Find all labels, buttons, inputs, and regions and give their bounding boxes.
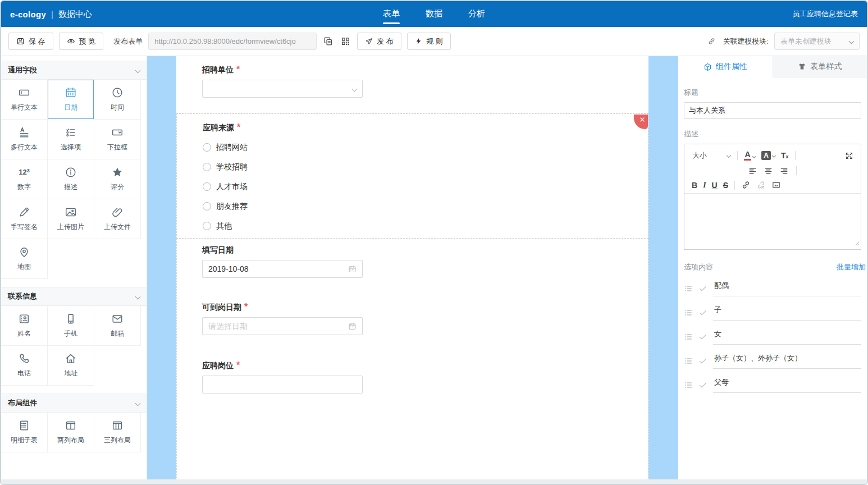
- align-left-button[interactable]: [746, 164, 760, 176]
- recruiting-unit-select[interactable]: [202, 80, 363, 98]
- option-text-input[interactable]: 父母: [713, 377, 861, 393]
- option-text-input[interactable]: 配偶: [713, 281, 861, 296]
- horizontal-scrollbar[interactable]: [1, 479, 867, 484]
- batch-add-link[interactable]: 批量增加: [837, 262, 866, 272]
- sidebar-item-date[interactable]: 日期: [48, 80, 94, 120]
- sidebar-item-time[interactable]: 时间: [94, 80, 141, 120]
- check-icon[interactable]: [698, 308, 707, 317]
- text-color-button[interactable]: A: [741, 149, 759, 162]
- option-text-input[interactable]: 女: [713, 329, 861, 345]
- align-center-button[interactable]: [761, 164, 775, 176]
- underline-button[interactable]: U: [709, 180, 720, 191]
- properties-panel: 组件属性 表单样式 标题 描述 大小: [678, 56, 867, 484]
- chevron-down-icon: [727, 153, 731, 158]
- radio-icon[interactable]: [203, 163, 211, 171]
- preview-button[interactable]: 预 览: [59, 33, 104, 50]
- insert-image-button[interactable]: [769, 179, 784, 191]
- drag-handle-icon[interactable]: [684, 381, 693, 390]
- fullscreen-button[interactable]: [842, 150, 856, 162]
- sidebar-item-options[interactable]: 选择项: [48, 120, 94, 159]
- radio-option[interactable]: 朋友推荐: [203, 201, 622, 212]
- sidebar-item-upload-image[interactable]: 上传图片: [48, 199, 94, 239]
- date-value-input[interactable]: [208, 318, 348, 335]
- field-block-recruiting-unit[interactable]: 招聘单位*: [176, 56, 648, 113]
- save-button[interactable]: 保 存: [8, 33, 53, 50]
- section-header-contact-info[interactable]: 联系信息: [1, 287, 147, 306]
- drag-handle-icon[interactable]: [684, 308, 693, 317]
- fill-date-input[interactable]: [202, 260, 363, 278]
- section-header-layout-components[interactable]: 布局组件: [1, 394, 147, 413]
- sidebar-item-single-line-text[interactable]: 单行文本: [1, 80, 48, 120]
- bold-button[interactable]: B: [689, 180, 700, 191]
- text-value-input[interactable]: [208, 376, 357, 393]
- font-size-select[interactable]: 大小: [689, 149, 734, 162]
- relate-module-select[interactable]: 表单未创建模块: [774, 33, 860, 50]
- sidebar-item-dropdown[interactable]: 下拉框: [94, 120, 141, 159]
- align-right-button[interactable]: [777, 164, 791, 176]
- sidebar-item-signature[interactable]: 手写签名: [1, 199, 48, 239]
- field-block-fill-date[interactable]: 填写日期: [202, 244, 623, 278]
- nav-tab-form[interactable]: 表单: [383, 1, 400, 27]
- applied-position-input[interactable]: [202, 376, 363, 394]
- link-icon: [706, 36, 717, 47]
- field-block-applied-position[interactable]: 应聘岗位*: [202, 360, 623, 394]
- drag-handle-icon[interactable]: [684, 332, 693, 341]
- date-value-input[interactable]: [208, 260, 348, 277]
- drag-handle-icon[interactable]: [684, 356, 693, 365]
- background-color-button[interactable]: A: [759, 149, 778, 162]
- clear-format-button[interactable]: Tx: [778, 150, 792, 161]
- option-text-input[interactable]: 孙子（女）、外孙子（女）: [713, 353, 861, 369]
- rules-button[interactable]: 规 则: [407, 33, 451, 50]
- component-title-input[interactable]: [684, 102, 861, 119]
- drag-handle-icon[interactable]: [684, 284, 693, 293]
- radio-icon[interactable]: [203, 202, 211, 211]
- sidebar-item-email[interactable]: 邮箱: [94, 306, 141, 346]
- clock-icon: [111, 86, 124, 99]
- tab-component-properties[interactable]: 组件属性: [678, 56, 773, 77]
- option-text-input[interactable]: 子: [713, 305, 861, 321]
- radio-option[interactable]: 招聘网站: [203, 142, 622, 153]
- check-icon[interactable]: [698, 356, 707, 365]
- field-block-application-source-selected[interactable]: 应聘来源* 招聘网站 学校招聘 人才市场 朋友推荐: [176, 113, 648, 239]
- check-icon[interactable]: [698, 284, 707, 293]
- radio-option[interactable]: 人才市场: [203, 181, 622, 192]
- available-date-input[interactable]: [202, 317, 363, 335]
- publish-button[interactable]: 发 布: [357, 33, 401, 50]
- italic-button[interactable]: I: [700, 180, 709, 191]
- sidebar-item-description[interactable]: 描述: [48, 159, 94, 199]
- radio-icon[interactable]: [203, 222, 211, 230]
- copy-icon[interactable]: [322, 35, 334, 47]
- sidebar-item-multi-line-text[interactable]: 多行文本: [1, 120, 48, 159]
- check-icon[interactable]: [698, 332, 707, 341]
- delete-component-button[interactable]: [634, 115, 648, 129]
- resize-handle[interactable]: [853, 238, 860, 248]
- sidebar-item-mobile[interactable]: 手机: [48, 306, 94, 346]
- strikethrough-button[interactable]: S: [720, 180, 731, 191]
- radio-icon[interactable]: [203, 182, 211, 191]
- insert-link-button[interactable]: [738, 179, 753, 191]
- field-block-available-date[interactable]: 可到岗日期*: [202, 301, 623, 335]
- publish-url-input[interactable]: [148, 33, 317, 50]
- nav-tab-analysis[interactable]: 分析: [468, 1, 485, 27]
- description-editor-area[interactable]: [684, 193, 861, 249]
- qr-code-icon[interactable]: [340, 35, 351, 47]
- remove-link-button[interactable]: [753, 179, 769, 191]
- sidebar-item-three-column-layout[interactable]: 三列布局: [94, 413, 141, 452]
- radio-icon[interactable]: [203, 143, 211, 152]
- sidebar-item-phone[interactable]: 电话: [1, 346, 48, 386]
- canvas-lower-fields: 填写日期 可到岗日期*: [176, 239, 648, 484]
- radio-option[interactable]: 学校招聘: [203, 162, 622, 172]
- section-header-common-fields[interactable]: 通用字段: [1, 61, 147, 80]
- radio-option[interactable]: 其他: [203, 221, 622, 231]
- sidebar-item-upload-file[interactable]: 上传文件: [94, 199, 141, 239]
- sidebar-item-number[interactable]: 123 数字: [1, 159, 48, 199]
- sidebar-item-name[interactable]: 姓名: [1, 306, 48, 346]
- sidebar-item-address[interactable]: 地址: [48, 346, 94, 386]
- sidebar-item-map[interactable]: 地图: [1, 239, 48, 279]
- sidebar-item-two-column-layout[interactable]: 两列布局: [48, 413, 94, 452]
- nav-tab-data[interactable]: 数据: [426, 1, 442, 27]
- sidebar-item-detail-subtable[interactable]: 明细子表: [1, 413, 48, 452]
- sidebar-item-rating[interactable]: 评分: [94, 159, 141, 199]
- check-icon[interactable]: [698, 381, 707, 390]
- tab-form-style[interactable]: 表单样式: [773, 56, 867, 77]
